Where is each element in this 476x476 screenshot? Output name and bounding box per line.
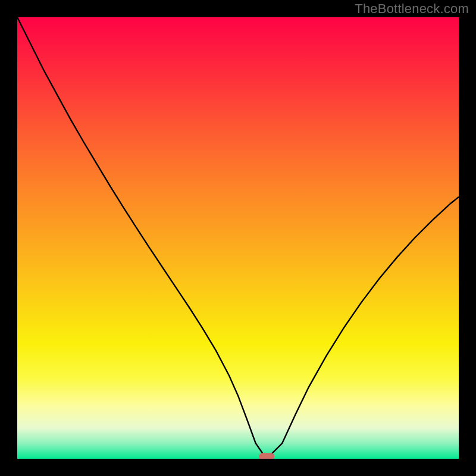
gradient-background: [17, 17, 459, 459]
optimum-marker: [259, 453, 274, 459]
bottleneck-chart: [17, 17, 459, 459]
watermark-text: TheBottleneck.com: [355, 1, 469, 17]
plot-area: [17, 17, 459, 459]
chart-frame: TheBottleneck.com: [0, 0, 476, 476]
